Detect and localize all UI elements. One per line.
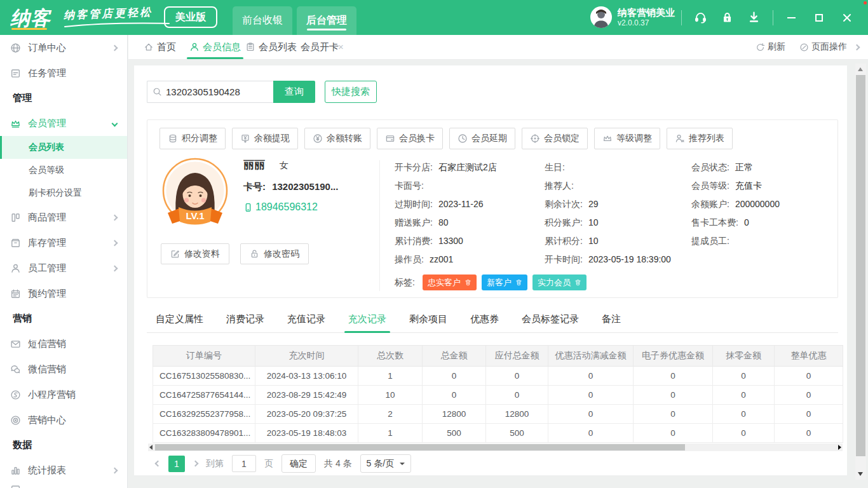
app-tagline: 纳客管店更轻松 <box>64 5 153 23</box>
sidebar-item-label: 营销中心 <box>28 414 117 426</box>
edit-password-button[interactable]: 修改密码 <box>240 243 309 264</box>
tab-close-icon[interactable]: × <box>338 43 344 51</box>
sidebar-item-goods-mgmt[interactable]: 商品管理 <box>0 205 127 230</box>
lock-icon[interactable] <box>721 11 734 26</box>
edit-profile-button[interactable]: 修改资料 <box>161 243 229 264</box>
tab-custom-attributes[interactable]: 自定义属性 <box>156 311 203 333</box>
horizontal-scrollbar[interactable] <box>148 444 843 451</box>
table-row[interactable]: CC164725877654144...2023-08-29 15:42:491… <box>153 386 843 405</box>
download-icon[interactable] <box>747 11 761 26</box>
sidebar-item-statistics-report[interactable]: 统计报表 <box>0 458 127 483</box>
tab-coupons[interactable]: 优惠券 <box>470 311 499 333</box>
field-label: 赠送账户: <box>395 217 433 227</box>
scroll-up-arrow-icon[interactable] <box>858 67 863 71</box>
tab-member-list[interactable]: 会员列表 <box>245 35 297 59</box>
trash-icon[interactable] <box>574 279 581 286</box>
details-column-2: 生日: 推荐人: 剩余计次:29 积分账户:10 累计积分:10 开卡时间:20… <box>545 158 691 269</box>
tab-member-info[interactable]: 会员信息 <box>189 35 241 59</box>
cell: 1 <box>358 367 423 386</box>
vertical-scrollbar[interactable] <box>855 64 866 480</box>
quick-search-button[interactable]: 快捷搜索 <box>325 81 377 103</box>
referral-list-button[interactable]: 推荐列表 <box>667 128 733 149</box>
sidebar-item-appointment-mgmt[interactable]: 预约管理 <box>0 281 127 306</box>
cell: 12800 <box>486 405 548 424</box>
sidebar-item-member-list[interactable]: 会员列表 <box>0 136 127 159</box>
button-label: 修改资料 <box>184 248 220 260</box>
window-maximize-button[interactable] <box>805 0 833 35</box>
sidebar-item-order-center[interactable]: 订单中心 <box>0 35 127 60</box>
tab-member-open-card[interactable]: 会员开卡 <box>301 35 339 59</box>
balance-transfer-button[interactable]: 余额转账 <box>304 128 370 149</box>
window-minimize-button[interactable] <box>777 0 805 35</box>
sidebar-item-member-mgmt[interactable]: 会员管理 <box>0 111 127 136</box>
level-adjust-button[interactable]: 等级调整 <box>594 128 660 149</box>
scroll-right-arrow-icon[interactable] <box>838 445 841 450</box>
card-label: 卡号: <box>243 181 266 192</box>
page-operations-button[interactable]: 页面操作 <box>799 41 859 53</box>
vertical-scrollbar-thumb[interactable] <box>856 75 865 456</box>
field-label: 累计消费: <box>395 236 433 246</box>
sidebar-item-sms-marketing[interactable]: 短信营销 <box>0 331 127 356</box>
edition-button[interactable]: 美业版 <box>164 6 217 28</box>
goto-page-input[interactable] <box>232 455 256 472</box>
sidebar-item-inventory-mgmt[interactable]: 库存管理 <box>0 230 127 255</box>
sidebar-item-label: 订单中心 <box>28 42 112 54</box>
prev-page-icon[interactable] <box>155 461 161 467</box>
sidebar-item-task-mgmt[interactable]: 任务管理 <box>0 60 127 86</box>
page-size-select[interactable]: 5 条/页 <box>360 454 412 473</box>
cell: 0 <box>423 386 486 405</box>
page-number-current[interactable]: 1 <box>168 456 185 472</box>
crown-icon <box>602 133 613 144</box>
member-extend-button[interactable]: 会员延期 <box>449 128 515 149</box>
cell: 0 <box>775 386 843 405</box>
member-change-card-button[interactable]: 会员换卡 <box>377 128 443 149</box>
tab-remarks[interactable]: 备注 <box>602 311 621 333</box>
nav-tab-frontdesk[interactable]: 前台收银 <box>233 6 292 35</box>
table-row[interactable]: CC163292552377958...2023-05-20 09:37:252… <box>153 405 843 424</box>
refresh-icon <box>756 43 765 52</box>
header-divider <box>773 10 773 25</box>
refresh-button[interactable]: 刷新 <box>756 41 785 53</box>
trash-icon[interactable] <box>465 279 471 286</box>
member-lock-button[interactable]: 会员锁定 <box>522 128 588 149</box>
confirm-page-button[interactable]: 确定 <box>281 454 316 473</box>
tab-remaining-items[interactable]: 剩余项目 <box>409 311 447 333</box>
field-value: 2023-11-26 <box>438 199 484 209</box>
scroll-down-arrow-icon[interactable] <box>858 472 863 476</box>
user-name: 纳客营销美业 <box>618 7 675 18</box>
horizontal-scrollbar-thumb[interactable] <box>155 444 685 451</box>
tab-consumption-records[interactable]: 消费记录 <box>226 311 264 333</box>
nav-tab-backstage[interactable]: 后台管理 <box>297 6 356 35</box>
sidebar-item-card-points-setting[interactable]: 刷卡积分设置 <box>0 182 127 205</box>
points-adjust-button[interactable]: 积分调整 <box>159 128 226 149</box>
query-button[interactable]: 查询 <box>273 81 315 103</box>
search-input[interactable] <box>166 86 268 97</box>
next-page-icon[interactable] <box>193 461 199 467</box>
cell: 0 <box>634 405 713 424</box>
tab-recharge-count-records[interactable]: 充次记录 <box>348 311 386 333</box>
sidebar-item-wechat-marketing[interactable]: 微信营销 <box>0 356 127 382</box>
field-value: 2023-05-19 18:39:00 <box>588 254 671 264</box>
tab-label: 会员信息 <box>203 41 241 53</box>
table-row[interactable]: CC163283809478901...2023-05-19 18:48:031… <box>153 424 843 443</box>
total-count-label: 共 4 条 <box>324 458 352 470</box>
tab-member-tag-records[interactable]: 会员标签记录 <box>522 311 579 333</box>
field-value: 石家庄测试2店 <box>438 162 497 172</box>
col-payable-amount: 应付总金额 <box>486 346 548 367</box>
sidebar-item-marketing-center[interactable]: 营销中心 <box>0 407 127 433</box>
user-info[interactable]: 纳客营销美业 v2.0.0.37 <box>590 6 675 29</box>
customer-service-icon[interactable] <box>694 11 707 24</box>
trash-icon[interactable] <box>515 279 522 286</box>
window-close-button[interactable] <box>833 0 861 35</box>
sidebar-item-miniprogram-marketing[interactable]: 小程序营销 <box>0 382 127 407</box>
page-word-label: 页 <box>264 458 273 470</box>
scroll-left-arrow-icon[interactable] <box>149 445 153 450</box>
sidebar-item-partial[interactable] <box>0 483 127 488</box>
tab-home[interactable]: 首页 <box>144 35 176 59</box>
sidebar-item-member-level[interactable]: 会员等级 <box>0 159 127 182</box>
tab-recharge-records[interactable]: 充值记录 <box>287 311 325 333</box>
miniprogram-icon <box>10 390 21 400</box>
table-row[interactable]: CC167513025580830...2024-03-13 13:06:101… <box>153 367 843 386</box>
balance-withdraw-button[interactable]: 余额提现 <box>232 128 298 149</box>
sidebar-item-staff-mgmt[interactable]: 员工管理 <box>0 255 127 281</box>
